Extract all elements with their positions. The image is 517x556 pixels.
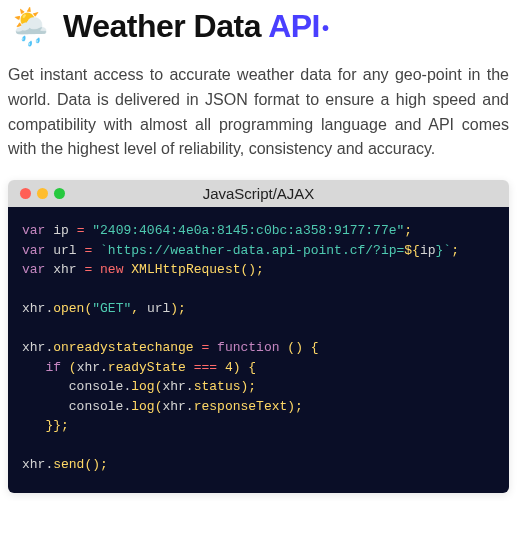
op-eq: = xyxy=(84,243,92,258)
dot: . xyxy=(186,399,194,414)
op-eq: = xyxy=(84,262,92,277)
brace-open: { xyxy=(248,360,256,375)
fn-send: send xyxy=(53,457,84,472)
kw-var: var xyxy=(22,262,45,277)
fn-log: log xyxy=(131,399,154,414)
code-window: JavaScript/AJAX var ip = "2409:4064:4e0a… xyxy=(8,180,509,493)
paren-close: ); xyxy=(240,379,256,394)
paren-close: ); xyxy=(287,399,303,414)
title-main: Weather Data xyxy=(63,8,268,44)
code-window-title: JavaScript/AJAX xyxy=(8,185,509,202)
parens: () xyxy=(287,340,303,355)
str-ip: "2409:4064:4e0a:8145:c0bc:a358:9177:77e" xyxy=(92,223,404,238)
ident-xhr: xhr xyxy=(53,262,76,277)
brace-close: }}; xyxy=(45,418,68,433)
title-api: API xyxy=(268,8,320,44)
code-body[interactable]: var ip = "2409:4064:4e0a:8145:c0bc:a358:… xyxy=(8,207,509,493)
fn-log: log xyxy=(131,379,154,394)
fn-open: open xyxy=(53,301,84,316)
ident-xhr: xhr xyxy=(22,301,45,316)
parens: (); xyxy=(241,262,264,277)
kw-new: new xyxy=(100,262,123,277)
prop-responsetext: responseText xyxy=(194,399,288,414)
str-get: "GET" xyxy=(92,301,131,316)
op-eqeq: === xyxy=(194,360,217,375)
page-title: Weather Data API• xyxy=(63,8,328,45)
paren-open: ( xyxy=(69,360,77,375)
ident-console: console xyxy=(69,399,124,414)
paren-close: ); xyxy=(170,301,186,316)
ident-xhr: xhr xyxy=(77,360,100,375)
tstr-close: }` xyxy=(436,243,452,258)
kw-var: var xyxy=(22,243,45,258)
weather-icon: 🌦️ xyxy=(8,9,53,45)
parens: (); xyxy=(84,457,107,472)
ident-xhr: xhr xyxy=(162,399,185,414)
ident-ip: ip xyxy=(53,223,69,238)
brace-open: { xyxy=(311,340,319,355)
interp-open: ${ xyxy=(404,243,420,258)
ident-url: url xyxy=(147,301,170,316)
op-eq: = xyxy=(201,340,209,355)
code-window-header: JavaScript/AJAX xyxy=(8,180,509,207)
ident-xhr: xhr xyxy=(22,457,45,472)
comma: , xyxy=(131,301,139,316)
cls-xhr: XMLHttpRequest xyxy=(131,262,240,277)
ident-xhr: xhr xyxy=(162,379,185,394)
description-text: Get instant access to accurate weather d… xyxy=(8,63,509,162)
semi: ; xyxy=(404,223,412,238)
paren-close: ) xyxy=(233,360,241,375)
prop-status: status xyxy=(194,379,241,394)
interp-ip: ip xyxy=(420,243,436,258)
op-eq: = xyxy=(77,223,85,238)
dot: . xyxy=(100,360,108,375)
semi: ; xyxy=(451,243,459,258)
ident-console: console xyxy=(69,379,124,394)
title-dot: • xyxy=(322,17,329,39)
ident-xhr: xhr xyxy=(22,340,45,355)
kw-if: if xyxy=(45,360,61,375)
prop-readystate: readyState xyxy=(108,360,186,375)
ident-url: url xyxy=(53,243,76,258)
prop-orsc: onreadystatechange xyxy=(53,340,193,355)
tstr-url: `https://weather-data.api-point.cf/?ip= xyxy=(100,243,404,258)
page-header: 🌦️ Weather Data API• xyxy=(8,8,509,45)
num-4: 4 xyxy=(225,360,233,375)
dot: . xyxy=(186,379,194,394)
kw-var: var xyxy=(22,223,45,238)
kw-function: function xyxy=(217,340,279,355)
